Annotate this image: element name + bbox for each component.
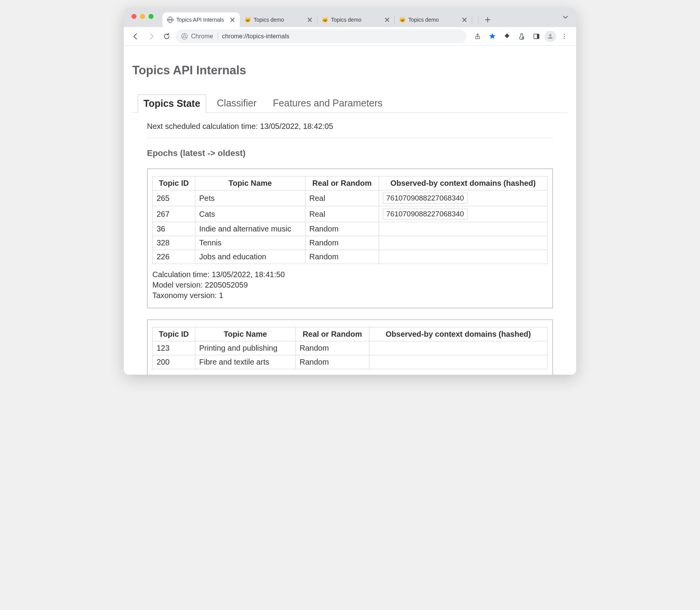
cell-hash: [369, 355, 547, 369]
close-tab-button[interactable]: [384, 17, 390, 22]
table-row: 328 Tennis Random: [153, 236, 548, 250]
separator: [147, 138, 553, 138]
page-content: Topics API Internals Topics State Classi…: [124, 46, 576, 375]
cell-hash: 7610709088227068340: [379, 206, 547, 222]
browser-tab[interactable]: 🐱 Topics demo: [394, 12, 472, 27]
fullscreen-window-button[interactable]: [149, 14, 154, 19]
browser-tab-title: Topics demo: [331, 17, 381, 23]
svg-point-9: [564, 38, 565, 39]
svg-point-8: [564, 36, 565, 37]
labs-button[interactable]: [515, 30, 528, 43]
content-tabs: Topics State Classifier Features and Par…: [132, 94, 568, 113]
omnibox-chip-label: Chrome: [191, 33, 213, 40]
svg-point-7: [564, 34, 565, 35]
model-version-line: Model version: 2205052059: [152, 281, 548, 290]
tab-strip: Topics API Internals 🐱 Topics demo 🐱 Top…: [124, 8, 576, 27]
model-version-value: 2205052059: [205, 281, 248, 289]
page-title: Topics API Internals: [132, 63, 568, 77]
cell-topic-name: Printing and publishing: [195, 341, 296, 355]
menu-button[interactable]: [558, 30, 571, 43]
browser-tab-title: Topics demo: [408, 17, 459, 23]
extensions-button[interactable]: [500, 30, 514, 43]
col-topic-id: Topic ID: [153, 327, 195, 341]
cell-topic-id: 328: [153, 236, 195, 250]
omnibox-chip: Chrome: [181, 33, 218, 40]
cell-topic-id: 123: [153, 341, 195, 355]
reload-button[interactable]: [160, 30, 173, 43]
minimize-window-button[interactable]: [140, 14, 145, 19]
cat-icon: 🐱: [244, 17, 251, 23]
separator: [478, 15, 478, 24]
col-real-random: Real or Random: [305, 176, 379, 190]
col-observed-domains: Observed-by context domains (hashed): [369, 327, 547, 341]
cell-kind: Random: [305, 222, 379, 236]
cell-hash: [379, 250, 547, 264]
table-header-row: Topic ID Topic Name Real or Random Obser…: [153, 327, 548, 341]
back-button[interactable]: [129, 30, 142, 43]
table-row: 265 Pets Real 7610709088227068340: [153, 190, 548, 206]
toolbar: Chrome chrome://topics-internals: [124, 27, 576, 46]
tab-topics-state[interactable]: Topics State: [138, 94, 206, 113]
close-window-button[interactable]: [131, 14, 137, 19]
new-tab-button[interactable]: [482, 14, 493, 25]
cell-topic-name: Jobs and education: [195, 250, 306, 264]
calc-time-value: 13/05/2022, 18:41:50: [212, 270, 285, 279]
tab-classifier[interactable]: Classifier: [212, 94, 262, 112]
profile-button[interactable]: [545, 31, 556, 42]
svg-rect-5: [537, 34, 539, 39]
svg-point-3: [522, 37, 524, 39]
cell-kind: Real: [305, 190, 379, 206]
cell-kind: Random: [305, 250, 379, 264]
epochs-heading: Epochs (latest -> oldest): [147, 148, 553, 158]
topics-state-panel: Next scheduled calculation time: 13/05/2…: [132, 113, 568, 375]
browser-window: Topics API Internals 🐱 Topics demo 🐱 Top…: [124, 8, 576, 375]
cell-hash: [369, 341, 547, 355]
table-row: 267 Cats Real 7610709088227068340: [153, 206, 548, 222]
browser-tab[interactable]: 🐱 Topics demo: [240, 12, 317, 27]
cell-topic-name: Pets: [195, 190, 306, 206]
topics-table: Topic ID Topic Name Real or Random Obser…: [152, 327, 548, 369]
tab-actions: [472, 12, 497, 27]
tab-features-parameters[interactable]: Features and Parameters: [268, 94, 388, 112]
cell-hash: 7610709088227068340: [379, 190, 547, 206]
cell-topic-id: 267: [153, 206, 195, 222]
table-row: 200 Fibre and textile arts Random: [153, 355, 548, 369]
model-version-label: Model version:: [152, 281, 205, 289]
svg-point-1: [183, 35, 186, 38]
share-button[interactable]: [471, 30, 484, 43]
cell-hash: [379, 236, 547, 250]
cell-topic-id: 200: [153, 355, 195, 369]
cat-icon: 🐱: [399, 17, 405, 23]
browser-tab-title: Topics demo: [254, 17, 304, 23]
cell-hash: [379, 222, 547, 236]
cell-kind: Random: [305, 236, 379, 250]
browser-tab-title: Topics API Internals: [176, 17, 227, 23]
cell-kind: Real: [305, 206, 379, 222]
toolbar-actions: [471, 30, 571, 43]
bookmark-button[interactable]: [486, 30, 499, 43]
tab-overflow-button[interactable]: [560, 12, 571, 22]
side-panel-button[interactable]: [530, 30, 543, 43]
browser-tab-active[interactable]: Topics API Internals: [162, 12, 240, 27]
close-tab-button[interactable]: [462, 17, 467, 22]
table-row: 226 Jobs and education Random: [153, 250, 548, 264]
col-observed-domains: Observed-by context domains (hashed): [379, 176, 547, 190]
browser-tabs: Topics API Internals 🐱 Topics demo 🐱 Top…: [162, 8, 576, 27]
table-row: 123 Printing and publishing Random: [153, 341, 548, 355]
omnibox-url: chrome://topics-internals: [222, 33, 289, 40]
taxonomy-version-value: 1: [219, 291, 223, 300]
close-tab-button[interactable]: [230, 17, 235, 22]
col-topic-name: Topic Name: [195, 327, 296, 341]
cell-kind: Random: [295, 341, 369, 355]
browser-tab[interactable]: 🐱 Topics demo: [317, 12, 394, 27]
close-tab-button[interactable]: [307, 17, 312, 22]
cat-icon: 🐱: [322, 17, 328, 23]
calc-time-line: Calculation time: 13/05/2022, 18:41:50: [152, 270, 548, 279]
cell-kind: Random: [295, 355, 369, 369]
taxonomy-version-line: Taxonomy version: 1: [152, 291, 548, 300]
cell-topic-name: Indie and alternative music: [195, 222, 306, 236]
omnibox[interactable]: Chrome chrome://topics-internals: [176, 29, 466, 43]
forward-button[interactable]: [145, 30, 158, 43]
col-topic-name: Topic Name: [195, 176, 306, 190]
hash-chip: 7610709088227068340: [383, 193, 468, 204]
